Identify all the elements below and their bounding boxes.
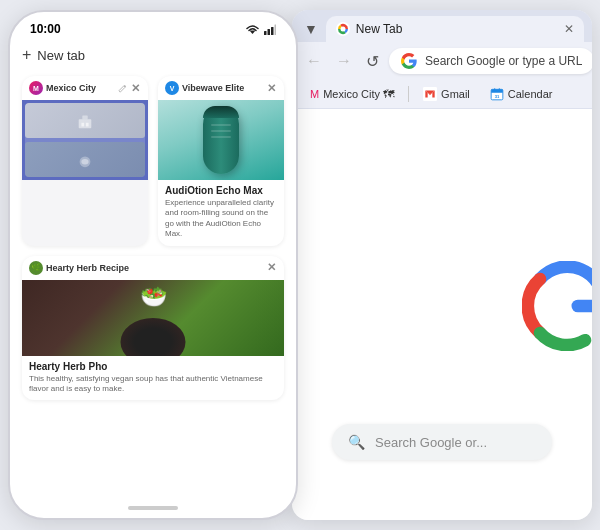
svg-rect-6 xyxy=(82,115,87,119)
svg-point-12 xyxy=(340,27,345,32)
tabs-grid: M Mexico City ✕ xyxy=(22,76,284,400)
tab-title-herb: Hearty Herb Recipe xyxy=(46,263,266,273)
favicon-herb: 🌿 xyxy=(29,261,43,275)
svg-rect-7 xyxy=(81,122,84,126)
tab-title-mexico: Mexico City xyxy=(46,83,115,93)
tab-strip-arrow[interactable]: ▼ xyxy=(300,17,322,41)
svg-rect-4 xyxy=(275,24,277,35)
chrome-tab-favicon xyxy=(336,22,350,36)
chrome-tab-title: New Tab xyxy=(356,22,402,36)
google-g-large xyxy=(522,261,592,351)
recipe-name: Hearty Herb Pho xyxy=(29,361,277,372)
tabs-row-1: M Mexico City ✕ xyxy=(22,76,284,246)
close-vibewave-tab[interactable]: ✕ xyxy=(266,82,277,95)
svg-marker-0 xyxy=(250,30,256,34)
svg-rect-8 xyxy=(86,122,89,126)
calendar-favicon: 31 xyxy=(490,87,504,101)
bookmark-mexico-label: Mexico City 🗺 xyxy=(323,88,394,100)
bookmark-divider xyxy=(408,86,409,102)
favicon-mexico: M xyxy=(29,81,43,95)
close-chrome-tab[interactable]: ✕ xyxy=(564,22,574,36)
tab-card-vibewave[interactable]: V Vibewave Elite ✕ xyxy=(158,76,284,246)
vibewave-product-info: AudiOtion Echo Max Experience unparallel… xyxy=(158,180,284,246)
svg-rect-3 xyxy=(271,27,274,35)
svg-rect-5 xyxy=(79,119,92,128)
bookmark-calendar[interactable]: 31 Calendar xyxy=(482,84,561,104)
food-icon xyxy=(76,151,94,169)
svg-rect-15 xyxy=(491,89,503,93)
chrome-omnibox[interactable]: Search Google or type a URL xyxy=(389,48,592,74)
svg-point-10 xyxy=(81,159,88,164)
tabs-row-2: 🌿 Hearty Herb Recipe ✕ 🥗 Hearty Her xyxy=(22,256,284,401)
add-tab-icon: + xyxy=(22,46,31,64)
tab-header-mexico: M Mexico City ✕ xyxy=(22,76,148,100)
google-g-icon xyxy=(401,53,417,69)
tab-title-vibewave: Vibewave Elite xyxy=(182,83,266,93)
svg-rect-16 xyxy=(494,88,495,90)
tab-card-herb[interactable]: 🌿 Hearty Herb Recipe ✕ 🥗 Hearty Her xyxy=(22,256,284,401)
chrome-tab-strip: ▼ New Tab ✕ xyxy=(292,10,592,42)
chrome-browser-panel: ▼ New Tab ✕ ← → ↺ xyxy=(292,10,592,520)
svg-rect-2 xyxy=(268,29,271,35)
product-desc: Experience unparalleled clarity and room… xyxy=(165,198,277,240)
svg-text:31: 31 xyxy=(495,94,500,99)
signal-icon xyxy=(264,24,276,35)
tab-header-herb: 🌿 Hearty Herb Recipe ✕ xyxy=(22,256,284,280)
bookmark-gmail[interactable]: Gmail xyxy=(415,84,478,104)
close-mexico-tab[interactable]: ✕ xyxy=(130,82,141,95)
bookmark-mexico[interactable]: M Mexico City 🗺 xyxy=(302,85,402,103)
favicon-vibewave: V xyxy=(165,81,179,95)
edit-icon xyxy=(118,84,127,93)
bookmark-gmail-label: Gmail xyxy=(441,88,470,100)
svg-rect-1 xyxy=(264,31,267,35)
chrome-toolbar: ← → ↺ Search Google or type a URL xyxy=(292,42,592,80)
chrome-active-tab[interactable]: New Tab ✕ xyxy=(326,16,584,42)
wifi-icon xyxy=(245,24,260,35)
bookmark-calendar-label: Calendar xyxy=(508,88,553,100)
status-icons xyxy=(245,24,276,35)
omnibox-placeholder: Search Google or type a URL xyxy=(425,54,582,68)
close-herb-tab[interactable]: ✕ xyxy=(266,261,277,274)
tab-card-mexico-city[interactable]: M Mexico City ✕ xyxy=(22,76,148,246)
gmail-favicon xyxy=(423,87,437,101)
ntp-search-bar[interactable]: 🔍 Search Google or... xyxy=(332,424,552,460)
ntp-search-icon: 🔍 xyxy=(348,434,365,450)
home-indicator xyxy=(128,506,178,510)
bookmarks-bar: M Mexico City 🗺 Gmail 31 Calendar xyxy=(292,80,592,109)
phone-content: + New tab M Mexico City xyxy=(10,40,296,500)
back-button[interactable]: ← xyxy=(302,50,326,72)
reload-button[interactable]: ↺ xyxy=(362,50,383,73)
phone-mockup: 10:00 + New tab xyxy=(8,10,298,520)
forward-button[interactable]: → xyxy=(332,50,356,72)
vibewave-product-image xyxy=(158,100,284,180)
building-icon xyxy=(76,112,94,130)
bookmark-mexico-favicon: M xyxy=(310,88,319,100)
ntp-search-placeholder: Search Google or... xyxy=(375,435,487,450)
herb-recipe-image: 🥗 xyxy=(22,280,284,356)
chrome-ntp: 🔍 Search Google or... xyxy=(292,109,592,520)
status-bar: 10:00 xyxy=(10,12,296,40)
new-tab-button[interactable]: New tab xyxy=(37,48,85,63)
new-tab-row[interactable]: + New tab xyxy=(22,44,284,66)
recipe-desc: This healthy, satisfying vegan soup has … xyxy=(29,374,277,395)
status-time: 10:00 xyxy=(30,22,61,36)
svg-rect-17 xyxy=(499,88,500,90)
product-name: AudiOtion Echo Max xyxy=(165,185,277,196)
mexico-image-grid xyxy=(22,100,148,180)
tab-header-vibewave: V Vibewave Elite ✕ xyxy=(158,76,284,100)
herb-recipe-info: Hearty Herb Pho This healthy, satisfying… xyxy=(22,356,284,401)
